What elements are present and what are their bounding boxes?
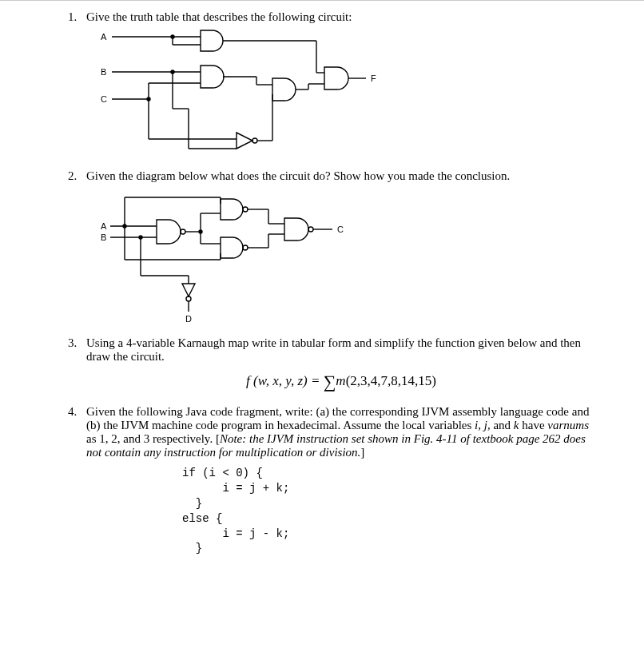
q4-vars-ij: i, j, (475, 419, 491, 431)
problem-set-page: Give the truth table that describes the … (0, 0, 644, 556)
q4-varnums: varnums (547, 419, 589, 431)
eq-func: f (w, x, y, z) = (246, 373, 324, 388)
q1-prompt: Give the truth table that describes the … (86, 10, 596, 24)
q4-have: have (519, 419, 548, 431)
q2-circuit: A B (101, 188, 596, 324)
svg-point-49 (243, 207, 248, 212)
label-c: C (101, 94, 107, 104)
problem-3: Using a 4-variable Karnaugh map write in… (80, 336, 596, 392)
q4-var-k: k (514, 419, 519, 431)
label-a2: A (101, 221, 107, 231)
q4-as123: as 1, 2, and 3 respectively. [ (86, 432, 220, 445)
problem-1: Give the truth table that describes the … (80, 10, 596, 157)
q4-close: ] (360, 446, 364, 459)
q4-prompt: Given the following Java code fragment, … (86, 405, 596, 459)
svg-point-53 (243, 245, 248, 250)
svg-point-42 (181, 229, 185, 234)
label-d2: D (185, 314, 192, 324)
q4-code: if (i < 0) { i = j + k; } else { i = j -… (182, 466, 596, 556)
label-b2: B (101, 233, 106, 242)
problem-2: Given the diagram below what does the ci… (80, 169, 596, 324)
q2-prompt: Given the diagram below what does the ci… (86, 169, 596, 183)
q3-prompt: Using a 4-variable Karnaugh map write in… (86, 336, 596, 364)
eq-m: m (336, 373, 345, 388)
label-c2: C (337, 225, 344, 234)
label-b: B (101, 67, 106, 77)
eq-args: (2,3,4,7,8,14,15) (346, 373, 436, 388)
svg-point-57 (308, 227, 313, 232)
q3-equation: f (w, x, y, z) = ∑m(2,3,4,7,8,14,15) (86, 372, 596, 392)
q4-and: and (491, 419, 514, 431)
label-f: F (371, 74, 376, 83)
problems-list: Give the truth table that describes the … (64, 10, 596, 556)
label-a: A (101, 32, 107, 42)
sigma-icon: ∑ (324, 372, 336, 392)
problem-4: Given the following Java code fragment, … (80, 405, 596, 556)
q1-circuit: A B C (101, 29, 596, 157)
